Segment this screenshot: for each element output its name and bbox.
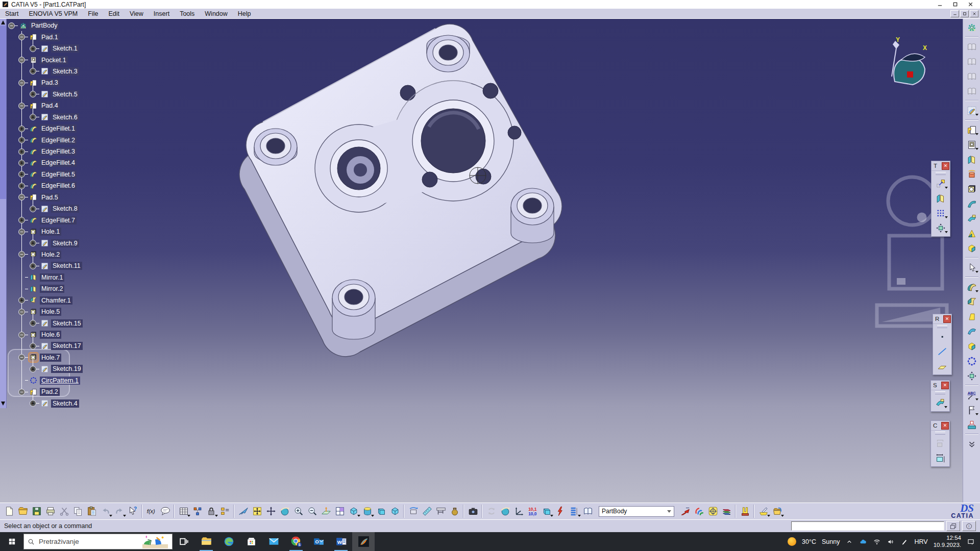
mdi-restore-button[interactable] <box>960 10 969 17</box>
toolbar-button-formula[interactable] <box>144 504 158 519</box>
tree-item-label[interactable]: Mirror.2 <box>40 285 64 293</box>
toolbar-button-layer-filter[interactable] <box>720 504 733 519</box>
tree-item-label[interactable]: EdgeFillet.3 <box>40 147 77 156</box>
dock-button-edge-fillet[interactable] <box>965 280 978 294</box>
hole-icon[interactable] <box>29 308 38 316</box>
toolbar-button-capture[interactable] <box>466 504 480 519</box>
toolbar-button-create-multi-view[interactable] <box>333 504 347 519</box>
tree-item-label[interactable]: EdgeFillet.6 <box>40 182 77 190</box>
tree-item-label[interactable]: Sketch.1 <box>51 44 79 53</box>
pad-icon[interactable] <box>29 33 38 41</box>
toolbar-button-shading-with-edges[interactable] <box>374 504 388 519</box>
dock-button-more-toolbars[interactable] <box>965 437 978 452</box>
menu-item-edit[interactable]: Edit <box>103 9 125 18</box>
mirror-icon[interactable] <box>29 273 38 282</box>
fillet-icon[interactable] <box>29 216 38 224</box>
taskbar-app-mail[interactable] <box>262 532 285 551</box>
dock-button-sep[interactable] <box>965 432 978 437</box>
toolbar-button-zoom-out[interactable] <box>305 504 319 519</box>
toolbar-button-knowledge-inspector[interactable] <box>553 504 567 519</box>
volume-icon[interactable] <box>887 538 895 546</box>
dock-button-shell[interactable] <box>965 324 978 339</box>
toolbar-button-fly-mode[interactable] <box>236 504 250 519</box>
tree-item-label[interactable]: Pad.3 <box>40 79 60 87</box>
toolbar-button-render-style[interactable] <box>360 504 374 519</box>
toolbar-grip[interactable] <box>935 391 945 394</box>
sketch-icon[interactable] <box>40 113 49 121</box>
workbench-combobox[interactable]: PartBody <box>599 506 674 517</box>
toolbar-button-clash[interactable] <box>738 504 752 519</box>
tree-item-label[interactable]: Chamfer.1 <box>40 296 72 305</box>
dock-button-hole[interactable] <box>965 182 978 196</box>
hole-icon[interactable] <box>29 250 38 259</box>
dock-button-multi-sections-solid[interactable] <box>965 241 978 256</box>
dock-button-text-with-leader[interactable] <box>965 388 978 403</box>
fillet-icon[interactable] <box>29 159 38 167</box>
dock-button-scaling[interactable] <box>965 368 978 383</box>
tree-toggle[interactable] <box>30 68 36 74</box>
hole-icon[interactable] <box>29 228 38 236</box>
dock-button-weld[interactable] <box>965 417 978 432</box>
tree-toggle[interactable] <box>18 194 25 201</box>
fillet-icon[interactable] <box>29 182 38 190</box>
tree-item-label[interactable]: Sketch.8 <box>51 205 79 213</box>
tree-toggle[interactable] <box>18 137 25 143</box>
tree-item-label[interactable]: Sketch.6 <box>51 113 79 121</box>
tree-item-label[interactable]: Hole.5 <box>40 308 61 316</box>
language-indicator[interactable]: HRV <box>914 538 927 545</box>
tree-scrollbar[interactable] <box>0 19 7 408</box>
tool-button-plane[interactable] <box>936 359 949 373</box>
toolbar-button-rotation-box[interactable] <box>406 504 420 519</box>
dock-button-sep[interactable] <box>965 35 978 39</box>
fillet-icon[interactable] <box>29 124 38 133</box>
tool-button-rectangular-pattern[interactable] <box>934 206 948 220</box>
hole-icon[interactable] <box>29 331 38 339</box>
dock-button-thickness[interactable] <box>965 339 978 354</box>
taskbar-app-word[interactable] <box>330 532 352 551</box>
tool-button-split[interactable] <box>934 395 947 410</box>
toolbar-button-design-table[interactable] <box>177 504 190 519</box>
pad-icon[interactable] <box>29 102 38 110</box>
tree-toggle[interactable] <box>18 309 25 315</box>
taskbar-search[interactable]: Pretraživanje <box>23 534 173 549</box>
tree-toggle[interactable] <box>30 320 36 327</box>
fillet-icon[interactable] <box>29 170 38 179</box>
tree-item-label[interactable]: Sketch.3 <box>51 67 79 76</box>
tool-button-line[interactable] <box>936 344 949 359</box>
tree-item-label[interactable]: Hole.6 <box>40 331 61 339</box>
toolbar-button-product-structure[interactable] <box>190 504 204 519</box>
toolbar-button-rotate[interactable] <box>278 504 291 519</box>
taskbar-app-file-explorer[interactable] <box>195 532 217 551</box>
dock-button-flag-note[interactable] <box>965 403 978 417</box>
tree-item-label[interactable]: Sketch.11 <box>51 262 82 270</box>
chevron-up-icon[interactable] <box>845 538 853 546</box>
tree-item-label[interactable]: Hole.2 <box>40 251 61 259</box>
menu-item-window[interactable]: Window <box>200 9 232 18</box>
taskbar-app-outlook[interactable] <box>307 532 330 551</box>
tool-button-constraint[interactable] <box>934 450 947 465</box>
tree-toggle[interactable] <box>18 103 25 109</box>
doc-info-button[interactable] <box>962 521 976 531</box>
tree-item-label[interactable]: EdgeFillet.5 <box>40 170 77 179</box>
sketch-icon[interactable] <box>40 262 49 270</box>
menu-item-file[interactable]: File <box>83 9 103 18</box>
toolbar-button-comment[interactable] <box>158 504 172 519</box>
tree-item-label[interactable]: Hole.7 <box>40 354 61 362</box>
toolbar-button-sep[interactable] <box>232 505 236 518</box>
maximize-button[interactable] <box>947 1 963 8</box>
toolbar-button-wireframe-style[interactable] <box>388 504 402 519</box>
taskbar-app-microsoft-store[interactable] <box>240 532 262 551</box>
toolbar-grip[interactable] <box>936 172 946 175</box>
toolbar-button-sep[interactable] <box>480 505 484 518</box>
dock-button-pad[interactable] <box>965 122 978 137</box>
dialog-toggle-button[interactable] <box>946 521 960 531</box>
minimize-button[interactable] <box>932 1 947 8</box>
toolbar-grip[interactable] <box>937 325 947 328</box>
compass[interactable]: Y X <box>892 36 927 85</box>
tree-item-label[interactable]: EdgeFillet.2 <box>40 136 77 144</box>
circpat-icon[interactable] <box>29 376 38 385</box>
tool-button-point[interactable] <box>936 329 949 344</box>
wifi-icon[interactable] <box>873 538 881 546</box>
tree-item-label[interactable]: Sketch.4 <box>51 399 79 408</box>
toolbar-button-isometric-view[interactable] <box>347 504 360 519</box>
